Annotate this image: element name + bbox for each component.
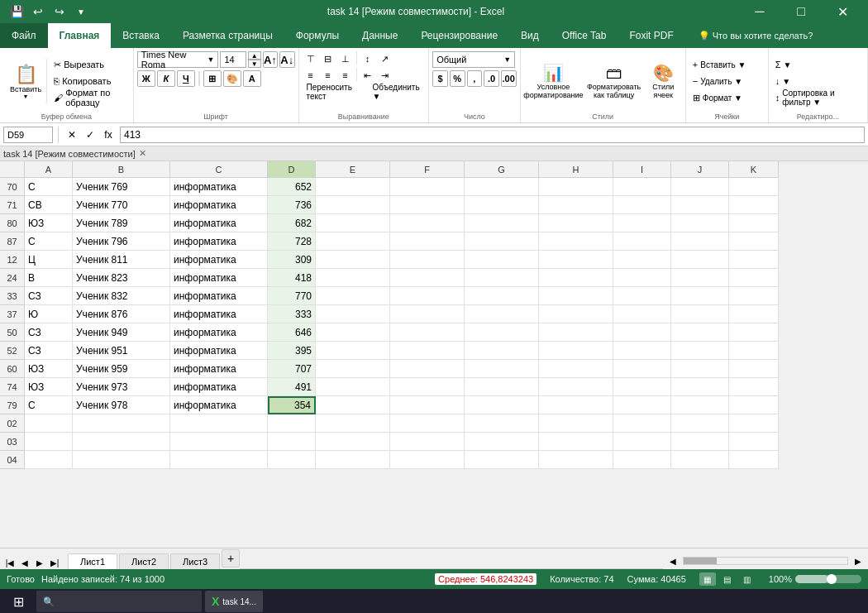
- tab-page-layout[interactable]: Разметка страницы: [171, 23, 284, 48]
- format-table-button[interactable]: 🗃 Форматироватькак таблицу: [586, 58, 641, 104]
- grid-cell[interactable]: информатика: [170, 342, 268, 360]
- grid-cell[interactable]: [465, 269, 539, 287]
- paste-button[interactable]: 📋 Вставить ▼: [3, 58, 47, 104]
- grid-cell[interactable]: [539, 269, 613, 287]
- grid-cell[interactable]: [390, 251, 465, 269]
- grid-cell[interactable]: [613, 342, 671, 360]
- add-sheet-btn[interactable]: +: [222, 549, 240, 568]
- grid-cell[interactable]: [613, 360, 671, 378]
- sheet-nav-next[interactable]: ▶: [33, 556, 46, 569]
- grid-cell[interactable]: ЮЗ: [25, 378, 73, 396]
- grid-cell[interactable]: Ученик 978: [73, 396, 170, 414]
- grid-cell[interactable]: 770: [268, 287, 316, 305]
- grid-cell[interactable]: 646: [268, 323, 316, 342]
- grid-cell[interactable]: 333: [268, 305, 316, 323]
- grid-cell[interactable]: [465, 360, 539, 378]
- grid-cell[interactable]: ЮЗ: [25, 214, 73, 232]
- grid-cell[interactable]: [390, 287, 465, 305]
- grid-cell[interactable]: Ученик 951: [73, 342, 170, 360]
- grid-cell[interactable]: информатика: [170, 251, 268, 269]
- border-btn[interactable]: ⊞: [203, 70, 222, 87]
- grid-cell[interactable]: 418: [268, 269, 316, 287]
- grid-cell[interactable]: [539, 360, 613, 378]
- grid-cell[interactable]: [170, 433, 268, 451]
- grid-cell[interactable]: [539, 378, 613, 396]
- page-break-view-btn[interactable]: ▥: [739, 572, 756, 586]
- grid-cell[interactable]: [465, 396, 539, 414]
- grid-cell[interactable]: информатика: [170, 287, 268, 305]
- grid-cell[interactable]: [729, 378, 779, 396]
- grid-cell[interactable]: Ученик 823: [73, 269, 170, 287]
- tab-home[interactable]: Главная: [48, 23, 112, 48]
- grid-cell[interactable]: [539, 232, 613, 251]
- grid-cell[interactable]: [316, 287, 390, 305]
- grid-cell[interactable]: [465, 287, 539, 305]
- cell-reference-box[interactable]: D59: [3, 127, 53, 143]
- grid-cell[interactable]: [316, 196, 390, 214]
- tab-file[interactable]: Файл: [0, 23, 48, 48]
- grid-cell[interactable]: [671, 287, 729, 305]
- start-button[interactable]: ⊞: [3, 591, 33, 612]
- grid-cell[interactable]: 736: [268, 196, 316, 214]
- grid-cell[interactable]: [729, 451, 779, 469]
- paste-arrow[interactable]: ▼: [23, 93, 29, 99]
- grid-cell[interactable]: С: [25, 178, 73, 196]
- grid-cell[interactable]: [316, 269, 390, 287]
- grid-cell[interactable]: 491: [268, 378, 316, 396]
- grid-cell[interactable]: ЮЗ: [25, 360, 73, 378]
- grid-cell[interactable]: [671, 414, 729, 433]
- customize-qa-btn[interactable]: ▼: [71, 2, 91, 22]
- align-center-btn[interactable]: ≡: [320, 68, 336, 83]
- minimize-btn[interactable]: ─: [741, 0, 779, 23]
- comma-btn[interactable]: ,: [467, 70, 483, 87]
- grid-cell[interactable]: информатика: [170, 396, 268, 414]
- grid-cell[interactable]: [390, 414, 465, 433]
- grid-cell[interactable]: [729, 414, 779, 433]
- grid-cell[interactable]: [613, 396, 671, 414]
- grid-cell[interactable]: [316, 378, 390, 396]
- grid-cell[interactable]: [671, 342, 729, 360]
- redo-quick-btn[interactable]: ↪: [50, 2, 69, 22]
- grid-cell[interactable]: [390, 305, 465, 323]
- undo-quick-btn[interactable]: ↩: [28, 2, 48, 22]
- grid-cell[interactable]: [539, 396, 613, 414]
- sheet-tab-2[interactable]: Лист2: [119, 553, 169, 569]
- grid-cell[interactable]: информатика: [170, 196, 268, 214]
- align-bottom-btn[interactable]: ⊥: [337, 51, 354, 66]
- grid-cell[interactable]: [613, 178, 671, 196]
- grid-cell[interactable]: [316, 396, 390, 414]
- grid-cell[interactable]: [390, 269, 465, 287]
- grid-cell[interactable]: [671, 305, 729, 323]
- grid-cell[interactable]: [671, 214, 729, 232]
- underline-btn[interactable]: Ч: [177, 70, 195, 87]
- grid-cell[interactable]: информатика: [170, 269, 268, 287]
- grid-cell[interactable]: [671, 323, 729, 342]
- font-grow-btn[interactable]: A↑: [263, 51, 278, 68]
- horizontal-scroll-left[interactable]: ◀: [666, 554, 680, 568]
- tab-insert[interactable]: Вставка: [111, 23, 171, 48]
- close-sheet-btn[interactable]: ✕: [139, 148, 146, 159]
- grid-cell[interactable]: [25, 433, 73, 451]
- grid-cell[interactable]: СЗ: [25, 342, 73, 360]
- grid-cell[interactable]: [390, 323, 465, 342]
- grid-cell[interactable]: 682: [268, 214, 316, 232]
- grid-cell[interactable]: Ученик 770: [73, 196, 170, 214]
- grid-cell[interactable]: [390, 214, 465, 232]
- grid-cell[interactable]: [390, 342, 465, 360]
- grid-cell[interactable]: [539, 414, 613, 433]
- grid-cell[interactable]: [729, 269, 779, 287]
- tab-office[interactable]: Office Tab: [551, 23, 618, 48]
- formula-input[interactable]: [120, 127, 865, 143]
- grid-cell[interactable]: [73, 414, 170, 433]
- grid-cell[interactable]: Ученик 789: [73, 214, 170, 232]
- tab-data[interactable]: Данные: [351, 23, 409, 48]
- maximize-btn[interactable]: □: [782, 0, 820, 23]
- grid-cell[interactable]: С: [25, 396, 73, 414]
- tab-view[interactable]: Вид: [509, 23, 551, 48]
- align-middle-btn[interactable]: ⊟: [320, 51, 336, 66]
- grid-cell[interactable]: Ученик 973: [73, 378, 170, 396]
- grid-cell[interactable]: [390, 433, 465, 451]
- grid-cell[interactable]: [316, 323, 390, 342]
- sort-filter-button[interactable]: ↕ Сортировка и фильтр ▼: [772, 90, 864, 105]
- text-angle-btn[interactable]: ↗: [377, 51, 393, 66]
